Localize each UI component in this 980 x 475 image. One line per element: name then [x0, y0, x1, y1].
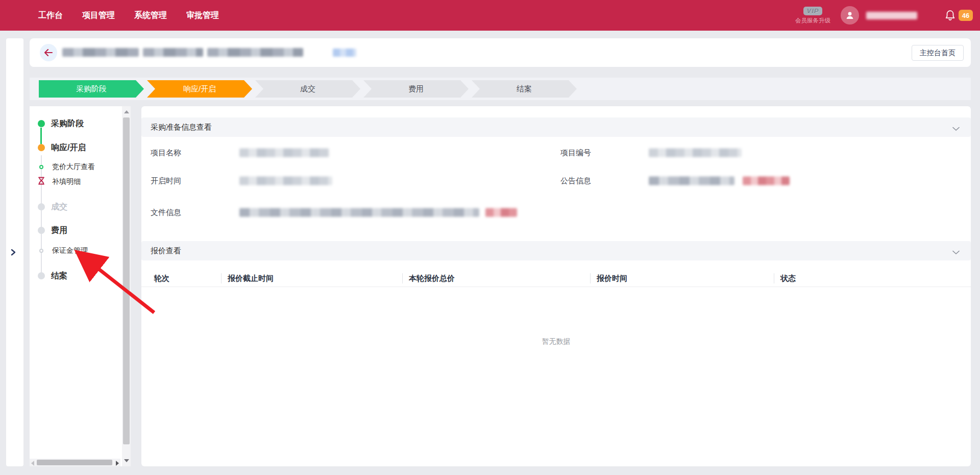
console-home-button[interactable]: 主控台首页 [912, 45, 964, 61]
nav-item-workbench[interactable]: 工作台 [38, 10, 63, 21]
notification-count-badge: 46 [959, 10, 973, 21]
user-avatar[interactable] [841, 6, 859, 25]
sidebar-vertical-scrollbar[interactable] [122, 106, 131, 466]
field-label-announcement-info: 公告信息 [560, 176, 591, 186]
step-procurement-stage[interactable]: 采购阶段 [39, 80, 144, 98]
sidebar-item-deposit-management[interactable]: 保证金管理 [52, 246, 88, 255]
main-content-card: 采购准备信息查看 项目名称 项目编号 开启时间 公告信息 文件信息 报价查看 轮… [141, 106, 971, 466]
step-deal[interactable]: 成交 [255, 80, 360, 98]
nav-item-approval-management[interactable]: 审批管理 [186, 10, 219, 21]
file-link-redacted[interactable] [485, 208, 517, 217]
vip-upgrade[interactable]: VIP 会员服务升级 [795, 7, 830, 25]
topbar: 工作台 项目管理 系统管理 审批管理 VIP 会员服务升级 46 [0, 0, 980, 31]
chevron-right-icon [10, 249, 16, 256]
sidebar-item-procurement-stage[interactable]: 采购阶段 [51, 118, 84, 129]
quote-table-header: 轮次 报价截止时间 本轮报价总价 报价时间 状态 [141, 270, 971, 287]
project-title-redacted [62, 48, 356, 57]
scroll-down-arrow[interactable] [124, 459, 129, 462]
step-fees[interactable]: 费用 [363, 80, 469, 98]
field-value-project-name-redacted [239, 149, 329, 157]
progress-stepper: 采购阶段 响应/开启 成交 费用 结案 [30, 78, 971, 100]
column-divider [774, 273, 774, 283]
back-button[interactable] [40, 44, 57, 61]
scroll-up-arrow[interactable] [124, 110, 129, 113]
redacted-text-block [143, 48, 203, 57]
announcement-link-redacted[interactable] [743, 177, 790, 185]
dot-done [38, 120, 45, 127]
column-header-quote-deadline: 报价截止时间 [228, 273, 274, 283]
vip-caption: 会员服务升级 [795, 17, 830, 25]
scroll-left-arrow[interactable] [31, 461, 34, 466]
column-divider [402, 273, 403, 283]
stage-sidebar: 采购阶段 响应/开启 竞价大厅查看 补填明细 成交 费用 保证金管理 结案 [30, 106, 122, 466]
step-closure[interactable]: 结案 [472, 80, 577, 98]
arrow-left-icon [44, 49, 53, 56]
collapsed-panel-strip [6, 38, 23, 466]
collapse-chevron-icon[interactable] [952, 124, 960, 133]
vip-icon: VIP [803, 7, 823, 15]
field-value-announcement-redacted [649, 177, 734, 185]
column-divider [590, 273, 591, 283]
sidebar-item-closure[interactable]: 结案 [51, 271, 67, 281]
main-nav: 工作台 项目管理 系统管理 审批管理 [38, 0, 219, 31]
redacted-text-block [62, 48, 139, 57]
timeline-line [41, 155, 42, 276]
person-icon [845, 10, 855, 20]
dot-upcoming [38, 227, 45, 234]
section-title: 采购准备信息查看 [151, 123, 212, 132]
field-label-project-number: 项目编号 [560, 148, 591, 158]
status-tag-redacted [333, 49, 356, 57]
column-header-round: 轮次 [154, 273, 169, 283]
scroll-right-arrow[interactable] [116, 461, 119, 466]
section-title: 报价查看 [151, 246, 181, 256]
empty-state-text: 暂无数据 [141, 337, 971, 346]
nav-item-project-management[interactable]: 项目管理 [82, 10, 115, 21]
sidebar-item-bidding-hall[interactable]: 竞价大厅查看 [52, 162, 95, 172]
timeline-line-done [40, 128, 42, 144]
bell-icon [945, 10, 955, 21]
step-response-open[interactable]: 响应/开启 [147, 80, 252, 98]
sidebar-item-fees[interactable]: 费用 [51, 225, 67, 236]
field-label-file-info: 文件信息 [151, 208, 181, 218]
column-divider [221, 273, 222, 283]
dot-disabled [38, 203, 45, 210]
field-value-project-number-redacted [649, 149, 742, 157]
page-header-card: 主控台首页 [30, 38, 971, 67]
topbar-right: VIP 会员服务升级 46 [795, 0, 973, 31]
sidebar-horizontal-scrollbar[interactable] [30, 459, 120, 466]
sidebar-item-deal[interactable]: 成交 [51, 202, 67, 212]
dot-upcoming [38, 272, 45, 279]
dot-active [38, 144, 45, 151]
sidebar-item-supplement-detail[interactable]: 补填明细 [52, 177, 81, 186]
username-redacted[interactable] [866, 12, 917, 19]
horizontal-scroll-thumb[interactable] [37, 460, 112, 465]
section-header-quote-view[interactable]: 报价查看 [141, 241, 971, 260]
column-header-round-total-price: 本轮报价总价 [409, 273, 455, 283]
ring-upcoming-sub [39, 249, 43, 253]
field-value-open-time-redacted [239, 177, 332, 185]
vertical-scroll-thumb[interactable] [123, 117, 130, 444]
expand-panel-button[interactable] [10, 249, 16, 258]
field-label-open-time: 开启时间 [151, 176, 181, 186]
column-header-quote-time: 报价时间 [597, 273, 627, 283]
sidebar-item-response-open[interactable]: 响应/开启 [51, 142, 86, 153]
section-header-purchase-info[interactable]: 采购准备信息查看 [141, 117, 971, 137]
hourglass-icon [38, 177, 45, 187]
redacted-text-block [207, 48, 303, 57]
field-label-project-name: 项目名称 [151, 148, 181, 158]
ring-active-sub [39, 165, 43, 169]
field-value-file-info-redacted [239, 208, 479, 217]
column-header-status: 状态 [780, 273, 796, 283]
collapse-chevron-icon[interactable] [952, 248, 960, 257]
nav-item-system-management[interactable]: 系统管理 [134, 10, 167, 21]
notification-area[interactable]: 46 [945, 10, 973, 21]
